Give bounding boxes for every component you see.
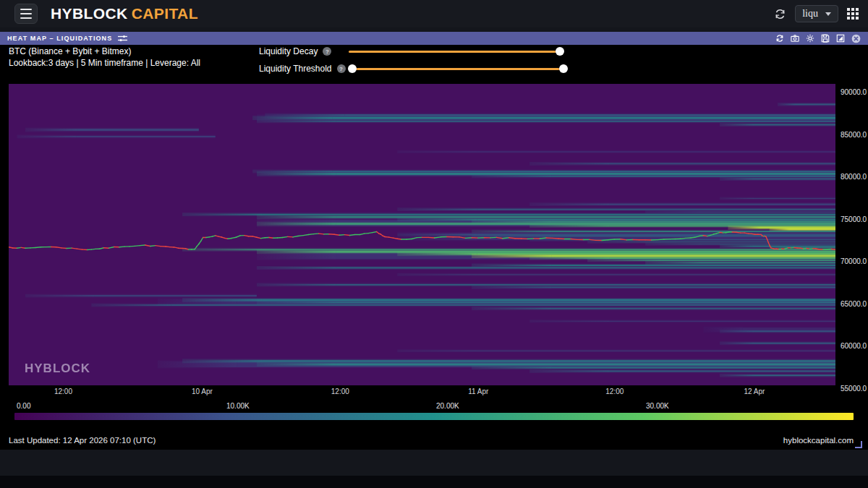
liquidity-decay-row: Liquidity Decay ? — [259, 46, 560, 56]
y-axis-tick: 60000.0 — [841, 342, 867, 351]
x-axis-tick: 12 Apr — [744, 388, 765, 395]
colorbar-tick-label: 30.00K — [646, 402, 669, 410]
colorbar-tick-label: 10.00K — [226, 402, 250, 410]
panel-refresh-icon[interactable] — [775, 34, 784, 43]
save-icon[interactable] — [821, 34, 830, 43]
lookback-info: Lookback:3 days | 5 Min timeframe | Leve… — [9, 58, 200, 68]
y-axis-tick: 75000.0 — [841, 215, 867, 224]
decay-help-icon[interactable]: ? — [323, 47, 331, 56]
menu-icon[interactable] — [14, 4, 38, 24]
refresh-icon[interactable] — [774, 8, 786, 20]
x-axis-tick: 10 Apr — [192, 388, 213, 395]
search-input[interactable]: liqu — [795, 5, 838, 22]
brand-logo: HYBLOCK CAPITAL — [51, 5, 198, 22]
x-axis-tick: 12:00 — [54, 388, 72, 395]
app-window: HYBLOCK CAPITAL liqu — [0, 0, 868, 488]
panel-settings-sliders-icon[interactable] — [118, 35, 127, 42]
heatmap-panel: HEAT MAP – LIQUIDATIONS — [0, 32, 868, 450]
colorbar-gradient — [14, 413, 854, 420]
brand-secondary: CAPITAL — [132, 5, 198, 22]
symbol-info: BTC (Binance + Bybit + Bitmex) — [9, 46, 131, 56]
x-axis-tick: 12:00 — [331, 388, 349, 395]
liquidity-decay-slider[interactable] — [349, 51, 560, 53]
search-value: liqu — [802, 8, 818, 20]
bottom-strip — [0, 476, 868, 488]
gear-icon[interactable] — [806, 34, 814, 43]
y-axis-tick: 65000.0 — [841, 300, 867, 309]
apps-grid-icon[interactable] — [847, 8, 859, 20]
liquidity-decay-label: Liquidity Decay — [259, 46, 318, 56]
liquidity-threshold-slider[interactable] — [352, 68, 563, 70]
y-axis-tick: 70000.0 — [841, 257, 867, 266]
last-updated-text: Last Updated: 12 Apr 2026 07:10 (UTC) — [9, 436, 156, 445]
top-navbar: HYBLOCK CAPITAL liqu — [0, 0, 868, 27]
y-axis-tick: 90000.0 — [841, 88, 867, 97]
slider-thumb[interactable] — [559, 64, 568, 73]
panel-header[interactable]: HEAT MAP – LIQUIDATIONS — [0, 32, 868, 45]
panel-title: HEAT MAP – LIQUIDATIONS — [7, 35, 112, 42]
screenshot-camera-icon[interactable] — [791, 34, 799, 43]
x-axis-tick: 12:00 — [605, 388, 624, 395]
close-icon[interactable] — [851, 34, 861, 43]
topbar-controls: liqu — [774, 5, 859, 22]
resize-icon[interactable] — [836, 34, 845, 43]
panel-header-icons — [775, 34, 861, 43]
chevron-down-icon — [825, 12, 831, 16]
x-axis-tick: 11 Apr — [468, 388, 488, 395]
site-link[interactable]: hyblockcapital.com — [783, 436, 854, 445]
threshold-help-icon[interactable]: ? — [337, 64, 346, 73]
resize-corner-icon[interactable] — [855, 441, 862, 448]
brand-primary: HYBLOCK — [51, 5, 128, 22]
liquidity-threshold-row: Liquidity Threshold ? — [259, 64, 563, 74]
y-axis-tick: 85000.0 — [841, 131, 867, 140]
y-axis-tick: 80000.0 — [841, 173, 867, 181]
y-axis-tick: 55000.0 — [841, 385, 867, 393]
liquidity-threshold-label: Liquidity Threshold — [259, 64, 332, 74]
colorbar-tick-label: 0.00 — [17, 402, 30, 410]
colorbar-tick-label: 20.00K — [436, 402, 459, 410]
slider-thumb[interactable] — [348, 64, 357, 73]
watermark: HYBLOCK — [25, 361, 90, 376]
slider-thumb[interactable] — [556, 47, 564, 56]
heatmap-canvas[interactable] — [9, 81, 835, 385]
